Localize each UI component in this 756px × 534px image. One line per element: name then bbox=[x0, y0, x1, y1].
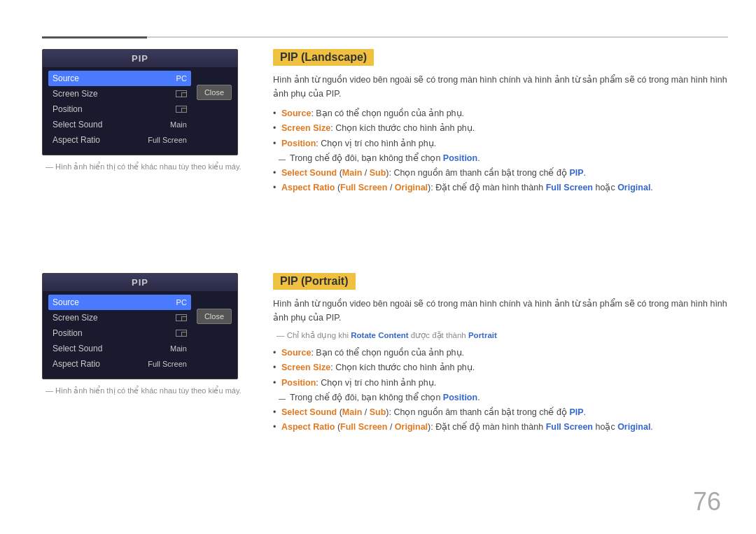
pip-portrait-row-position[interactable]: Position bbox=[48, 325, 191, 341]
bullet2-aspectratio-text: ): Đặt chế độ màn hình thành bbox=[428, 422, 546, 432]
pip-portrait-desc: Hình ảnh từ nguồn video bên ngoài sẽ có … bbox=[273, 297, 728, 325]
pip-landscape-box: PIP Source PC Screen Size Position Selec… bbox=[42, 49, 238, 155]
pip-landscape-aspectratio-label: Aspect Ratio bbox=[52, 135, 100, 145]
pip-portrait-selectsound-label: Select Sound bbox=[52, 344, 102, 353]
bullet2-aspectratio-fullscreen: Full Screen bbox=[340, 422, 387, 432]
bullet-selectsound-paren1: ( bbox=[337, 168, 342, 178]
pip-portrait-row-selectsound[interactable]: Select Sound Main bbox=[48, 341, 191, 356]
bullet-position-text: : Chọn vị trí cho hình ảnh phụ. bbox=[316, 139, 436, 148]
pip-portrait-aspectratio-value: Full Screen bbox=[148, 360, 187, 368]
bullet2-aspectratio: Aspect Ratio (Full Screen / Original): Đ… bbox=[273, 420, 728, 435]
pip-landscape-source-label: Source bbox=[52, 73, 79, 83]
rotate-content-kw: Rotate Content bbox=[351, 331, 408, 339]
pip-landscape-rows: Source PC Screen Size Position Select So… bbox=[48, 71, 191, 148]
bullet2-position: Position: Chọn vị trí cho hình ảnh phụ. bbox=[273, 376, 728, 391]
bullet-aspectratio-dot: . bbox=[650, 183, 652, 192]
bullet2-selectsound-label: Select Sound bbox=[281, 407, 337, 417]
pip-landscape-selectsound-label: Select Sound bbox=[52, 120, 102, 129]
bullet-aspectratio-text: ): Đặt chế độ màn hình thành bbox=[428, 183, 546, 192]
pip-landscape-bullet-list: Source: Bạn có thể chọn nguồn của ảnh ph… bbox=[273, 106, 728, 196]
pip-landscape-row-aspectratio[interactable]: Aspect Ratio Full Screen bbox=[48, 132, 191, 148]
bullet-position-note-keyword: Position bbox=[443, 153, 477, 163]
pip-portrait-section-title: PIP (Portrait) bbox=[273, 273, 356, 290]
bullet2-selectsound-paren1: ( bbox=[337, 407, 342, 417]
bullet-aspectratio-fullscreen: Full Screen bbox=[340, 183, 387, 192]
bullet-selectsound-main: Main bbox=[342, 168, 362, 178]
pip-portrait-bullet-list: Source: Bạn có thể chọn nguồn của ảnh ph… bbox=[273, 346, 728, 435]
pip-landscape-content: PIP (Landscape) Hình ảnh từ nguồn video … bbox=[273, 49, 728, 196]
pip-portrait-footnote: ― Hình ảnh hiển thị có thể khác nhau tùy… bbox=[42, 386, 259, 395]
pip-portrait-content: PIP (Portrait) Hình ảnh từ nguồn video b… bbox=[273, 273, 728, 435]
bullet2-selectsound-main: Main bbox=[342, 407, 362, 417]
bullet2-position-note-keyword: Position bbox=[443, 393, 477, 402]
bullet2-position-note: Trong chế độ đôi, bạn không thể chọn Pos… bbox=[273, 391, 728, 405]
bullet2-selectsound-pip: PIP bbox=[569, 407, 583, 417]
bullet-aspectratio-original: Original bbox=[395, 183, 428, 192]
bullet-selectsound-text: ): Chọn nguồn âm thanh cần bật trong chế… bbox=[386, 168, 569, 178]
pip-portrait-row-aspectratio[interactable]: Aspect Ratio Full Screen bbox=[48, 356, 191, 372]
bullet-aspectratio-fullscreen-kw: Full Screen bbox=[546, 183, 593, 192]
pip-landscape-title: PIP bbox=[43, 50, 237, 67]
bullet-selectsound-pip: PIP bbox=[569, 168, 583, 178]
bullet-source-label: Source bbox=[281, 108, 311, 118]
bullet-selectsound: Select Sound (Main / Sub): Chọn nguồn âm… bbox=[273, 166, 728, 181]
pip-portrait-source-label: Source bbox=[52, 297, 79, 307]
bullet-position-label: Position bbox=[281, 139, 316, 148]
pip-landscape-desc: Hình ảnh từ nguồn video bên ngoài sẽ có … bbox=[273, 73, 728, 101]
pip-landscape-aspectratio-value: Full Screen bbox=[148, 136, 187, 144]
bullet2-aspectratio-fullscreen-kw: Full Screen bbox=[546, 422, 593, 432]
bullet2-selectsound-sub: Sub bbox=[370, 407, 386, 417]
portrait-kw: Portrait bbox=[468, 331, 497, 339]
pip-portrait-panel: PIP Source PC Screen Size Position Selec… bbox=[42, 273, 259, 395]
pip-landscape-screensize-label: Screen Size bbox=[52, 89, 98, 99]
pip-portrait-note: ― Chỉ khả dụng khi Rotate Content được đ… bbox=[273, 330, 728, 340]
pip-portrait-title: PIP bbox=[43, 274, 237, 291]
pip-portrait-selectsound-value: Main bbox=[170, 344, 187, 353]
pip-portrait-source-value: PC bbox=[176, 298, 187, 307]
pip-landscape-footnote: ― Hình ảnh hiển thị có thể khác nhau tùy… bbox=[42, 162, 259, 171]
bullet-screensize: Screen Size: Chọn kích thước cho hình ản… bbox=[273, 121, 728, 136]
pip-landscape-close-button[interactable]: Close bbox=[197, 85, 232, 100]
bullet-source: Source: Bạn có thể chọn nguồn của ảnh ph… bbox=[273, 106, 728, 121]
pip-portrait-box: PIP Source PC Screen Size Position Selec… bbox=[42, 273, 238, 379]
bullet2-position-label: Position bbox=[281, 378, 316, 388]
pip-landscape-section-title: PIP (Landscape) bbox=[273, 49, 374, 66]
bullet-source-text: : Bạn có thể chọn nguồn của ảnh phụ. bbox=[311, 108, 464, 118]
bullet-aspectratio-original-kw: Original bbox=[617, 183, 650, 192]
bullet-screensize-text: : Chọn kích thước cho hình ảnh phụ. bbox=[330, 123, 475, 133]
bullet-aspectratio: Aspect Ratio (Full Screen / Original): Đ… bbox=[273, 181, 728, 195]
bullet-selectsound-sub: Sub bbox=[370, 168, 386, 178]
pip-portrait-row-source[interactable]: Source PC bbox=[48, 295, 191, 310]
bullet2-aspectratio-label: Aspect Ratio bbox=[281, 422, 335, 432]
pip-portrait-rows: Source PC Screen Size Position Select So… bbox=[48, 295, 191, 372]
bullet2-source-label: Source bbox=[281, 348, 311, 358]
bullet2-aspectratio-slash: / bbox=[387, 422, 394, 432]
bullet2-screensize: Screen Size: Chọn kích thước cho hình ản… bbox=[273, 360, 728, 375]
pip-landscape-row-selectsound[interactable]: Select Sound Main bbox=[48, 117, 191, 132]
pip-landscape-source-value: PC bbox=[176, 74, 187, 83]
bullet2-source: Source: Bạn có thể chọn nguồn của ảnh ph… bbox=[273, 346, 728, 360]
pip-landscape-row-source[interactable]: Source PC bbox=[48, 71, 191, 86]
pip-portrait-screensize-icon bbox=[176, 314, 187, 321]
bullet2-selectsound-slash: / bbox=[362, 407, 369, 417]
bullet-position: Position: Chọn vị trí cho hình ảnh phụ. bbox=[273, 136, 728, 151]
bullet2-selectsound-text: ): Chọn nguồn âm thanh cần bật trong chế… bbox=[386, 407, 569, 417]
pip-landscape-row-position[interactable]: Position bbox=[48, 101, 191, 117]
bullet2-selectsound-dot: . bbox=[584, 407, 586, 417]
bullet-selectsound-label: Select Sound bbox=[281, 168, 337, 178]
bullet-aspectratio-slash: / bbox=[387, 183, 394, 192]
bullet2-source-text: : Bạn có thể chọn nguồn của ảnh phụ. bbox=[311, 348, 464, 358]
bullet2-position-note-text: Trong chế độ đôi, bạn không thể chọn bbox=[290, 393, 443, 402]
pip-portrait-aspectratio-label: Aspect Ratio bbox=[52, 359, 100, 369]
bullet2-aspectratio-dot: . bbox=[650, 422, 652, 432]
pip-portrait-row-screensize[interactable]: Screen Size bbox=[48, 310, 191, 325]
bullet2-aspectratio-original: Original bbox=[395, 422, 428, 432]
pip-landscape-position-label: Position bbox=[52, 104, 83, 114]
bullet-selectsound-slash: / bbox=[362, 168, 369, 178]
bullet2-aspectratio-original-kw: Original bbox=[617, 422, 650, 432]
bullet2-screensize-text: : Chọn kích thước cho hình ảnh phụ. bbox=[330, 363, 475, 372]
pip-landscape-row-screensize[interactable]: Screen Size bbox=[48, 86, 191, 101]
pip-portrait-close-button[interactable]: Close bbox=[197, 309, 232, 324]
pip-portrait-screensize-label: Screen Size bbox=[52, 313, 98, 323]
page-number: 76 bbox=[693, 487, 721, 517]
